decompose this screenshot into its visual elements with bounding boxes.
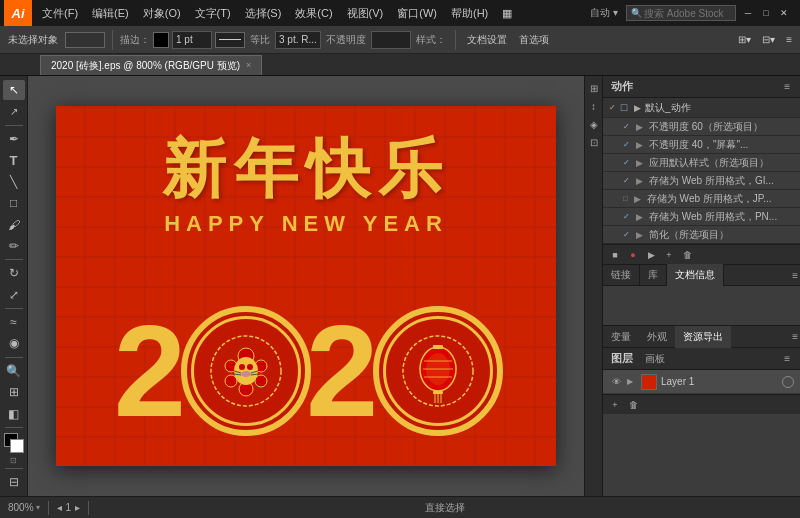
tab-doc-info[interactable]: 文档信息 [667,264,724,286]
direct-select-tool[interactable]: ↗ [3,101,25,121]
tab-links[interactable]: 链接 [603,264,640,286]
menu-text[interactable]: 文字(T) [189,4,237,23]
minimize-button[interactable]: ─ [740,5,756,21]
check-1: ✓ [623,140,630,149]
new-layer-button[interactable]: + [607,397,623,413]
page-arrow-left[interactable]: ◂ [57,502,62,513]
check-3: ✓ [623,176,630,185]
page-section: ◂ 1 ▸ [57,502,81,513]
menu-help[interactable]: 帮助(H) [445,4,494,23]
layer-1[interactable]: 👁 ▶ Layer 1 [603,370,800,394]
action-item-3[interactable]: ✓ ▶ 存储为 Web 所用格式，GI... [603,172,800,190]
rotate-tool[interactable]: ↻ [3,263,25,283]
menu-effects[interactable]: 效果(C) [289,4,338,23]
action-item-4[interactable]: □ ▶ 存储为 Web 所用格式，JP... [603,190,800,208]
menu-object[interactable]: 对象(O) [137,4,187,23]
tab-close-button[interactable]: × [246,61,251,70]
mesh-tool[interactable]: ⊞ [3,382,25,402]
delete-layer-button[interactable]: 🗑 [625,397,641,413]
pen-tool[interactable]: ✒ [3,129,25,149]
point-value[interactable]: 3 pt. R... [275,31,321,49]
tab-library[interactable]: 库 [640,264,667,286]
tab-filename: 2020 [砖换].eps @ 800% (RGB/GPU 预览) [51,59,240,73]
action-item-5[interactable]: ✓ ▶ 存储为 Web 所用格式，PN... [603,208,800,226]
action-item-6[interactable]: ✓ ▶ 简化（所选项目） [603,226,800,244]
screen-mode-button[interactable]: ⊟ [3,472,25,492]
layer-target-button[interactable] [782,376,794,388]
canvas-area[interactable]: 新年快乐 HAPPY NEW YEAR 2 [28,76,584,496]
action-item-2[interactable]: ✓ ▶ 应用默认样式（所选项目） [603,154,800,172]
delete-action-button[interactable]: 🗑 [679,247,695,263]
layers-menu-button[interactable]: ≡ [782,351,792,366]
action-item-1[interactable]: ✓ ▶ 不透明度 40，"屏幕"... [603,136,800,154]
actions-menu-button[interactable]: ≡ [782,79,792,94]
panel-tabs-menu[interactable]: ≡ [790,268,800,283]
doc-settings-button[interactable]: 文档设置 [463,31,511,49]
year-circle-1 [181,306,311,436]
action-item-0[interactable]: ✓ ▶ 不透明度 60（所选项目） [603,118,800,136]
sidebar-icon-3[interactable]: ◈ [586,116,602,132]
close-button[interactable]: ✕ [776,5,792,21]
menu-window[interactable]: 窗口(W) [391,4,443,23]
menu-view[interactable]: 视图(V) [341,4,390,23]
new-action-button[interactable]: + [661,247,677,263]
opacity-value[interactable] [371,31,411,49]
title-bar: Ai 文件(F) 编辑(E) 对象(O) 文字(T) 选择(S) 效果(C) 视… [0,0,800,26]
no-selection-label: 未选择对象 [8,33,58,47]
blend-tool[interactable]: ◉ [3,333,25,353]
action-label-6: 简化（所选项目） [649,228,729,242]
scale-tool[interactable]: ⤢ [3,285,25,305]
extra-button[interactable]: ⊟▾ [758,32,779,47]
preferences-button[interactable]: 首选项 [515,31,553,49]
sidebar-icon-1[interactable]: ⊞ [586,80,602,96]
shape-tool[interactable]: □ [3,193,25,213]
layer-visibility-toggle[interactable]: 👁 [609,375,623,389]
sidebar-icon-2[interactable]: ↕ [586,98,602,114]
warp-tool[interactable]: ≈ [3,312,25,332]
sidebar-icon-4[interactable]: ⊡ [586,134,602,150]
zoom-down-arrow[interactable]: ▾ [36,503,40,512]
tab-appearance[interactable]: 外观 [639,326,675,348]
gradient-tool[interactable]: ◧ [3,403,25,423]
status-sep-2 [88,501,89,515]
pencil-tool[interactable]: ✏ [3,236,25,256]
check-4: □ [623,194,628,203]
stroke-style[interactable] [215,32,245,48]
paintbrush-tool[interactable]: 🖌 [3,214,25,234]
selection-box[interactable] [65,32,105,48]
lower-tabs-menu[interactable]: ≡ [790,329,800,344]
tab-asset-export[interactable]: 资源导出 [675,326,731,348]
menu-file[interactable]: 文件(F) [36,4,84,23]
layer-expand-arrow[interactable]: ▶ [627,377,637,386]
year-digit-1: 2 [114,306,186,436]
page-arrow-right[interactable]: ▸ [75,502,80,513]
tab-variables[interactable]: 变量 [603,326,639,348]
rat-decoration [206,331,286,411]
eyedropper-tool[interactable]: 🔍 [3,361,25,381]
line-tool[interactable]: ╲ [3,172,25,192]
tool-sep-6 [5,468,23,469]
play-button[interactable]: ▶ [643,247,659,263]
expand-3: ▶ [636,176,643,186]
panels-button[interactable]: ≡ [782,32,796,47]
stroke-color[interactable] [153,32,169,48]
menu-select[interactable]: 选择(S) [239,4,288,23]
select-tool[interactable]: ↖ [3,80,25,100]
search-input[interactable] [644,8,734,19]
stop-button[interactable]: ■ [607,247,623,263]
stroke-value[interactable]: 1 pt [172,31,212,49]
year-circle-inner-2 [383,316,493,426]
action-group-header[interactable]: ✓ ☐ ▶ 默认_动作 [603,98,800,118]
arrange-button[interactable]: ⊞▾ [734,32,755,47]
color-mode[interactable]: ⊡ [10,456,17,465]
document-tab[interactable]: 2020 [砖换].eps @ 800% (RGB/GPU 预览) × [40,55,262,75]
record-button[interactable]: ● [625,247,641,263]
maximize-button[interactable]: □ [758,5,774,21]
action-label-4: 存储为 Web 所用格式，JP... [647,192,772,206]
menu-extra[interactable]: ▦ [496,5,518,22]
stroke-color-box[interactable] [10,439,24,453]
type-tool[interactable]: T [3,150,25,170]
search-bar[interactable]: 🔍 [626,5,736,21]
menu-edit[interactable]: 编辑(E) [86,4,135,23]
check-2: ✓ [623,158,630,167]
